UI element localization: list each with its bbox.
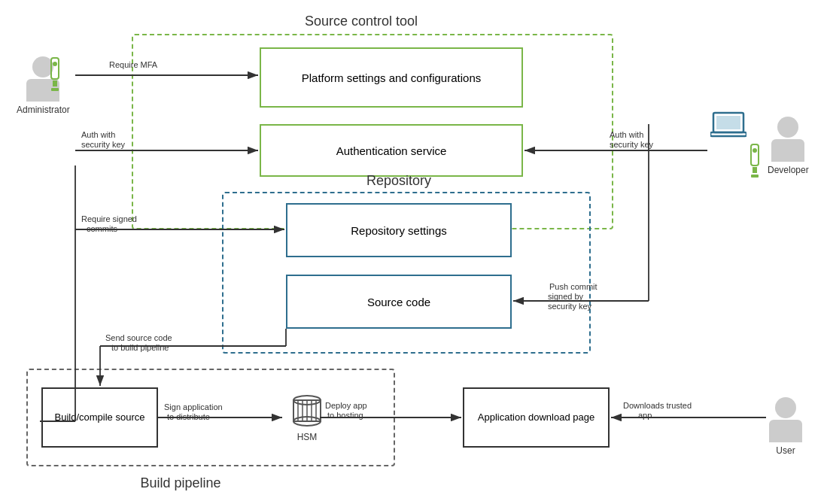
svg-text:to build pipeline: to build pipeline (111, 343, 169, 352)
developer-body (771, 139, 804, 162)
svg-rect-15 (751, 144, 759, 165)
svg-text:Auth with: Auth with (81, 130, 115, 139)
platform-settings-box: Platform settings and configurations (260, 47, 523, 108)
svg-text:security key: security key (81, 140, 126, 149)
source-control-tool-label: Source control tool (256, 14, 467, 29)
developer-label: Developer (768, 165, 809, 175)
build-compile-box: Build/compile source (41, 387, 158, 448)
laptop-icon (710, 111, 746, 138)
app-download-box: Application download page (463, 387, 610, 448)
svg-text:commits: commits (87, 224, 117, 233)
admin-label: Administrator (17, 105, 70, 115)
user-label: User (776, 445, 795, 456)
auth-service-label: Authentication service (336, 143, 447, 159)
svg-text:Auth with: Auth with (610, 130, 643, 139)
repo-settings-label: Repository settings (351, 223, 447, 238)
svg-text:Require signed: Require signed (81, 214, 137, 223)
svg-text:app: app (638, 411, 652, 420)
svg-text:Downloads trusted: Downloads trusted (623, 401, 692, 410)
developer-head (777, 117, 798, 138)
security-key-admin-icon (47, 56, 63, 94)
svg-text:Send source code: Send source code (105, 333, 172, 342)
auth-service-box: Authentication service (260, 124, 523, 177)
repository-label: Repository (346, 173, 452, 189)
svg-rect-13 (716, 116, 740, 129)
svg-rect-17 (753, 167, 757, 173)
hsm-label: HSM (297, 432, 318, 442)
app-download-label: Application download page (478, 411, 594, 424)
svg-rect-18 (751, 175, 759, 178)
hsm-area: HSM (284, 384, 330, 451)
administrator-actor: Administrator (17, 56, 70, 115)
svg-point-9 (53, 62, 57, 66)
build-pipeline-label: Build pipeline (105, 475, 256, 491)
security-key-dev-icon (746, 143, 763, 181)
svg-rect-11 (51, 88, 59, 91)
user-body (769, 420, 802, 442)
user-actor: User (769, 397, 802, 456)
svg-point-16 (753, 148, 757, 153)
source-code-box: Source code (286, 275, 512, 329)
developer-actor: Developer (768, 117, 809, 175)
build-compile-label: Build/compile source (55, 411, 145, 424)
svg-rect-8 (51, 58, 59, 79)
platform-settings-label: Platform settings and configurations (302, 70, 481, 86)
svg-rect-14 (710, 132, 746, 136)
user-head (775, 397, 796, 418)
source-code-label: Source code (367, 294, 430, 310)
svg-rect-10 (53, 80, 57, 87)
hsm-icon (292, 393, 322, 430)
svg-text:security key: security key (610, 140, 654, 149)
repo-settings-box: Repository settings (286, 203, 512, 257)
